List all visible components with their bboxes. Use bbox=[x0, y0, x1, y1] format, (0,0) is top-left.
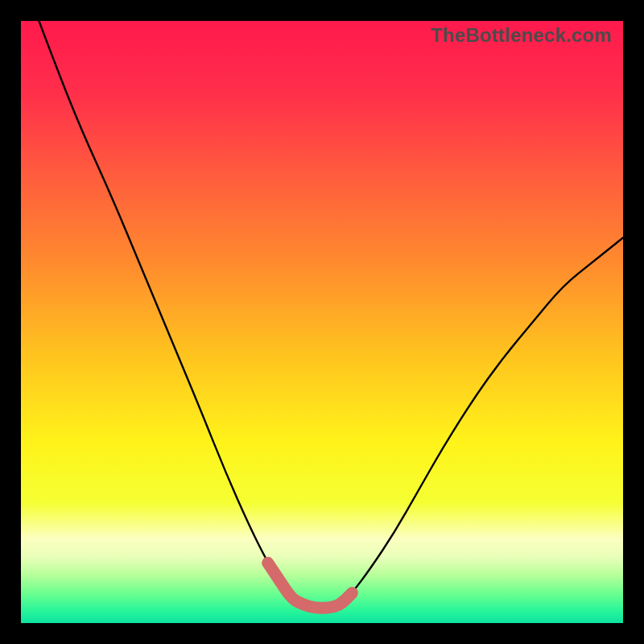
chart-curves bbox=[21, 21, 623, 623]
marker-segment bbox=[268, 563, 353, 608]
chart-frame: TheBottleneck.com bbox=[0, 0, 644, 644]
watermark-text: TheBottleneck.com bbox=[431, 24, 612, 47]
black-curve bbox=[39, 21, 623, 608]
plot-area: TheBottleneck.com bbox=[21, 21, 623, 623]
